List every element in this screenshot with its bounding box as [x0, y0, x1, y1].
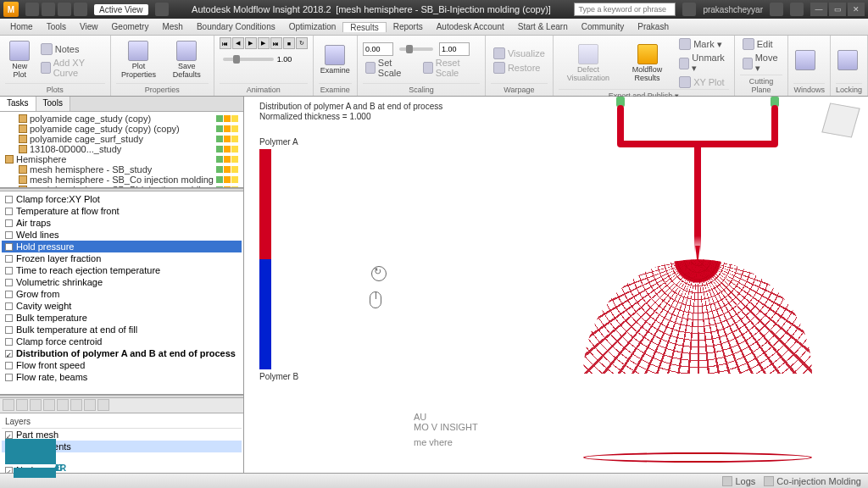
- menu-community[interactable]: Community: [575, 22, 632, 31]
- result-item[interactable]: Cavity weight: [2, 300, 242, 312]
- checkbox[interactable]: [5, 455, 13, 463]
- cut-move-button[interactable]: Move ▾: [740, 52, 783, 75]
- checkbox[interactable]: [5, 255, 13, 263]
- qat-open-icon[interactable]: [25, 3, 39, 16]
- menu-mesh[interactable]: Mesh: [155, 22, 189, 31]
- checkbox[interactable]: [5, 302, 13, 310]
- moldflow-results-button[interactable]: Moldflow Results: [621, 42, 673, 85]
- menu-results[interactable]: Results: [342, 22, 386, 32]
- anim-play-button[interactable]: ▶: [245, 37, 257, 49]
- layer-item[interactable]: Mesh: [2, 452, 242, 464]
- layer-tool-2[interactable]: [16, 399, 28, 411]
- checkbox[interactable]: [5, 279, 13, 286]
- menu-home[interactable]: Home: [3, 22, 40, 31]
- menu-boundary-conditions[interactable]: Boundary Conditions: [190, 22, 282, 31]
- signin-icon[interactable]: [682, 3, 696, 16]
- result-item[interactable]: Weld lines: [2, 229, 242, 241]
- checkbox[interactable]: [5, 362, 13, 369]
- viewport-3d[interactable]: Distribution of polymer A and B at end o…: [244, 97, 868, 473]
- result-item[interactable]: Hold pressure: [2, 241, 242, 252]
- menu-tools[interactable]: Tools: [40, 22, 73, 31]
- anim-first-button[interactable]: ⏮: [220, 37, 231, 49]
- tree-item[interactable]: Hemisphere: [2, 154, 242, 164]
- tree-item[interactable]: 13108-0D000..._study: [2, 144, 242, 154]
- examine-button[interactable]: Examine: [319, 43, 352, 77]
- layer-tool-1[interactable]: [3, 399, 14, 411]
- minimize-button[interactable]: —: [810, 3, 827, 16]
- anim-last-button[interactable]: ⏭: [270, 37, 282, 49]
- checkbox[interactable]: [5, 267, 13, 274]
- notes-button[interactable]: Notes: [38, 42, 105, 56]
- molding-mode[interactable]: Co-injection Molding: [764, 476, 861, 486]
- locking-button[interactable]: [836, 48, 860, 72]
- tree-item[interactable]: mesh hemisphere - SB_Co injection moldin…: [2, 175, 242, 185]
- qat-undo-icon[interactable]: [58, 3, 71, 16]
- menu-geometry[interactable]: Geometry: [105, 22, 156, 31]
- tree-item[interactable]: polyamide cage_study (copy) (copy): [2, 124, 242, 134]
- layer-item[interactable]: Nodes on: [2, 464, 242, 473]
- add-xy-curve-button[interactable]: Add XY Curve: [38, 57, 105, 79]
- menu-prakash[interactable]: Prakash: [631, 22, 676, 31]
- checkbox[interactable]: [5, 243, 13, 251]
- anim-next-button[interactable]: ▶: [258, 37, 270, 49]
- anim-loop-button[interactable]: ↻: [296, 37, 308, 49]
- menu-view[interactable]: View: [73, 22, 105, 31]
- layer-tool-7[interactable]: [84, 399, 96, 411]
- scale-slider[interactable]: [399, 47, 433, 51]
- new-plot-button[interactable]: New Plot: [5, 39, 35, 81]
- layer-tool-4[interactable]: [43, 399, 55, 411]
- anim-stop-button[interactable]: ■: [283, 37, 295, 49]
- checkbox[interactable]: [5, 208, 13, 215]
- tree-item[interactable]: polyamide cage_study (copy): [2, 114, 242, 124]
- plot-properties-button[interactable]: Plot Properties: [116, 39, 162, 81]
- animation-slider[interactable]: [223, 58, 274, 61]
- visualize-button[interactable]: Visualize: [491, 47, 548, 60]
- close-button[interactable]: ✕: [848, 3, 865, 16]
- exchange-icon[interactable]: [770, 3, 783, 16]
- cut-edit-button[interactable]: Edit: [740, 37, 783, 51]
- qat-misc-icon[interactable]: [155, 3, 169, 16]
- checkbox[interactable]: [5, 374, 13, 381]
- defect-viz-button[interactable]: Defect Visualization: [559, 42, 618, 85]
- logs-button[interactable]: Logs: [722, 476, 755, 486]
- result-item[interactable]: Bulk temperature: [2, 312, 242, 324]
- checkbox[interactable]: [5, 350, 13, 358]
- anim-prev-button[interactable]: ◀: [232, 37, 244, 49]
- reset-scale-button[interactable]: Reset Scale: [420, 57, 480, 79]
- checkbox[interactable]: [5, 467, 13, 474]
- result-item[interactable]: Volumetric shrinkage: [2, 276, 242, 288]
- save-defaults-button[interactable]: Save Defaults: [164, 39, 208, 81]
- result-item[interactable]: Temperature at flow front: [2, 205, 242, 217]
- help-icon[interactable]: [790, 3, 804, 16]
- result-item[interactable]: Air traps: [2, 217, 242, 229]
- unmark-button[interactable]: Unmark ▾: [676, 52, 729, 75]
- scale-min-input[interactable]: [363, 42, 393, 56]
- checkbox[interactable]: [5, 338, 13, 346]
- layer-tool-5[interactable]: [57, 399, 69, 411]
- restore-button[interactable]: ▭: [829, 3, 846, 16]
- result-item[interactable]: Grow from: [2, 288, 242, 300]
- restore-button-warp[interactable]: Restore: [491, 61, 548, 75]
- menu-optimization[interactable]: Optimization: [282, 22, 343, 31]
- result-item[interactable]: Time to reach ejection temperature: [2, 264, 242, 276]
- checkbox[interactable]: [5, 314, 13, 322]
- menu-start-learn[interactable]: Start & Learn: [511, 22, 575, 31]
- scale-max-input[interactable]: [439, 42, 470, 56]
- menu-autodesk-account[interactable]: Autodesk Account: [430, 22, 511, 31]
- layer-tool-6[interactable]: [70, 399, 82, 411]
- qat-redo-icon[interactable]: [74, 3, 87, 16]
- set-scale-button[interactable]: Set Scale: [363, 57, 414, 79]
- result-item[interactable]: Bulk temperature at end of fill: [2, 324, 242, 336]
- tree-item[interactable]: mesh hemisphere - SB_study: [2, 164, 242, 175]
- result-item[interactable]: Distribution of polymer A and B at end o…: [2, 347, 242, 359]
- checkbox[interactable]: [5, 291, 13, 298]
- tab-tools[interactable]: Tools: [36, 97, 70, 111]
- user-label[interactable]: prakashcheyyar: [703, 5, 763, 14]
- qat-save-icon[interactable]: [42, 3, 55, 16]
- layer-tool-8[interactable]: [97, 399, 109, 411]
- result-item[interactable]: Clamp force centroid: [2, 336, 242, 347]
- result-item[interactable]: Flow rate, beams: [2, 371, 242, 383]
- layer-tool-3[interactable]: [30, 399, 42, 411]
- checkbox[interactable]: [5, 196, 13, 203]
- checkbox[interactable]: [5, 231, 13, 239]
